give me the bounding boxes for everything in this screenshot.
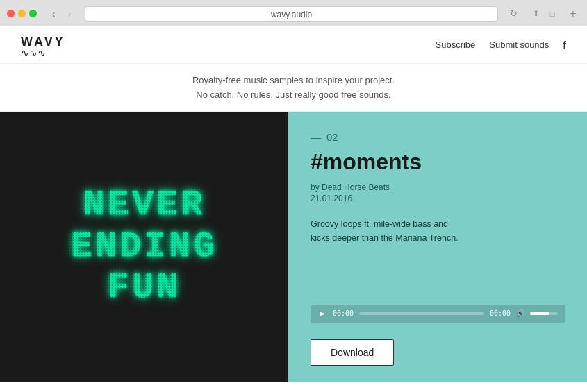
led-line-3: FUN <box>71 267 217 309</box>
audio-player[interactable]: ▶ 00:00 00:00 🔊 <box>311 305 565 323</box>
logo-wave: ∿∿∿ <box>21 51 46 55</box>
new-tab-button[interactable]: + <box>566 7 580 21</box>
close-button[interactable] <box>7 10 15 17</box>
facebook-link[interactable]: f <box>563 40 566 51</box>
main-content: NEVER ENDING FUN 02 #moments by Dead Hor… <box>0 112 587 382</box>
subscribe-link[interactable]: Subscribe <box>436 40 476 50</box>
website: WAVY ∿∿∿ Subscribe Submit sounds f Royal… <box>0 26 587 392</box>
browser-chrome: ‹ › wavy.audio ↻ ⬆ □ + <box>0 0 587 26</box>
url-bar[interactable]: wavy.audio <box>85 6 498 22</box>
maximize-button[interactable] <box>29 10 37 17</box>
volume-icon: 🔊 <box>516 309 524 317</box>
site-header: WAVY ∿∿∿ Subscribe Submit sounds f <box>0 26 587 64</box>
traffic-lights <box>7 10 37 17</box>
submit-sounds-link[interactable]: Submit sounds <box>489 40 549 50</box>
content-panel: 02 #moments by Dead Horse Beats 21.01.20… <box>288 112 587 382</box>
author-label: by <box>311 182 320 192</box>
back-button[interactable]: ‹ <box>47 7 60 21</box>
image-panel: NEVER ENDING FUN <box>0 112 288 382</box>
track-date: 21.01.2016 <box>311 194 565 203</box>
track-author: by Dead Horse Beats <box>311 182 565 192</box>
play-button[interactable]: ▶ <box>317 309 327 318</box>
hero-line2: No catch. No rules. Just really good fre… <box>14 88 573 103</box>
time-total: 00:00 <box>490 309 511 317</box>
site-nav: Subscribe Submit sounds f <box>436 40 566 51</box>
progress-bar[interactable] <box>359 312 484 315</box>
volume-slider[interactable] <box>530 312 558 315</box>
logo: WAVY ∿∿∿ <box>21 35 65 55</box>
track-number: 02 <box>311 131 565 143</box>
forward-button[interactable]: › <box>63 7 76 21</box>
reload-button[interactable]: ↻ <box>506 7 520 21</box>
bookmark-button[interactable]: □ <box>545 7 559 21</box>
time-current: 00:00 <box>333 309 354 317</box>
volume-fill <box>530 312 549 315</box>
led-line-2: ENDING <box>71 226 217 268</box>
led-line-1: NEVER <box>71 185 217 226</box>
browser-actions: ⬆ □ <box>529 7 559 21</box>
hero-subtitle: Royalty-free music samples to inspire yo… <box>0 64 587 112</box>
led-display: NEVER ENDING FUN <box>57 171 231 323</box>
minimize-button[interactable] <box>18 10 26 17</box>
nav-buttons: ‹ › <box>47 7 76 21</box>
track-description: Groovy loops ft. mile-wide bass and kick… <box>311 217 463 245</box>
share-button[interactable]: ⬆ <box>529 7 543 21</box>
download-button[interactable]: Download <box>311 339 394 366</box>
track-meta: by Dead Horse Beats 21.01.2016 <box>311 182 565 203</box>
track-title: #moments <box>311 150 565 174</box>
hero-line1: Royalty-free music samples to inspire yo… <box>14 74 573 88</box>
author-link[interactable]: Dead Horse Beats <box>322 182 390 192</box>
